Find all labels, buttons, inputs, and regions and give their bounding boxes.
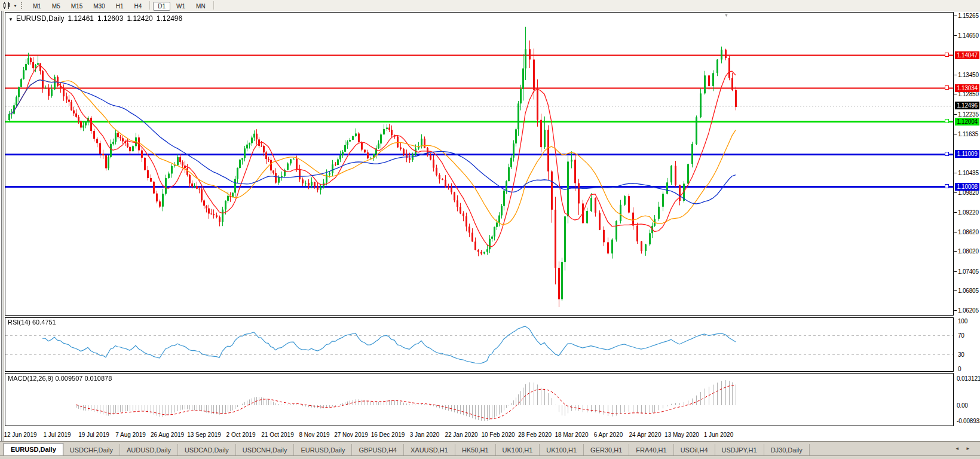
price-level-badge: 1.12004 (955, 118, 979, 126)
ohlc-close: 1.12496 (157, 14, 182, 23)
chart-tab-gbpusd-h4[interactable]: GBPUSD,H4 (352, 444, 404, 456)
date-tick-label: 3 Jan 2020 (410, 432, 440, 438)
chart-tab-usdcnh-daily[interactable]: USDCNH,Daily (236, 444, 295, 456)
timeframe-button-mn[interactable]: MN (191, 2, 210, 11)
timeframe-button-m5[interactable]: M5 (47, 2, 65, 11)
timeframe-button-h4[interactable]: H4 (129, 2, 146, 11)
price-tick-label: 1.06805 (958, 287, 979, 294)
toolbar-separator (213, 1, 214, 10)
chart-tab-hk50-h1[interactable]: HK50,H1 (455, 444, 496, 456)
price-level-badge: 1.14047 (955, 51, 979, 59)
chart-tab-usoil-h4[interactable]: USOil,H4 (674, 444, 715, 456)
chart-symbol-label: EURUSD,Daily (16, 14, 65, 23)
mt4-window: ▼ M1M5M15M30H1H4 D1W1MN ▼EURUSD,Daily1.1… (0, 0, 980, 459)
price-tick-label: 1.13450 (958, 72, 979, 78)
price-tick (954, 212, 957, 213)
price-tick-label: 1.14650 (958, 32, 979, 39)
toolbar-separator (149, 1, 150, 10)
chart-tab-ger30-h1[interactable]: GER30,H1 (584, 444, 629, 456)
price-level-badge: 1.10008 (955, 183, 979, 191)
price-tick (954, 192, 957, 193)
rsi-axis-label: 0 (958, 366, 961, 372)
price-tick (954, 16, 957, 16)
rsi-pane (5, 317, 954, 372)
rsi-axis-label: 30 (958, 351, 964, 358)
date-tick-label: 28 Feb 2020 (518, 432, 552, 438)
price-tick (954, 94, 957, 94)
macd-label: MACD(12,26,9) 0.009507 0.010878 (8, 375, 112, 382)
price-tick (954, 173, 957, 173)
timeframe-button-m30[interactable]: M30 (88, 2, 109, 11)
chevron-down-icon[interactable]: ▼ (13, 4, 17, 8)
macd-axis-label: 0.013121 (957, 375, 980, 382)
tab-scroll-left[interactable]: ◂ (956, 445, 958, 451)
status-strip (0, 455, 980, 459)
timeframe-button-h1[interactable]: H1 (111, 2, 128, 11)
date-tick-label: 13 May 2020 (664, 432, 699, 438)
timeframe-toolbar: ▼ M1M5M15M30H1H4 D1W1MN (0, 0, 980, 11)
price-tick-label: 1.10435 (958, 170, 979, 176)
rsi-value: 60.4751 (32, 319, 56, 326)
rsi-canvas[interactable] (5, 318, 953, 371)
chart-tab-usdchf-daily[interactable]: USDCHF,Daily (63, 444, 120, 456)
date-tick-label: 13 Sep 2019 (187, 432, 221, 438)
window-left-border (0, 11, 5, 459)
chart-tab-usdjpy-h1[interactable]: USDJPY,H1 (715, 444, 764, 456)
date-tick-label: 1 Jul 2019 (43, 432, 71, 438)
date-tick-label: 26 Aug 2019 (151, 432, 184, 438)
main-chart-canvas[interactable] (5, 13, 953, 315)
price-tick (954, 310, 957, 311)
timeframe-group: M1M5M15M30H1H4 (27, 0, 147, 11)
price-tick (954, 114, 957, 115)
timeframe-button-m15[interactable]: M15 (66, 2, 87, 11)
date-tick-label: 21 Oct 2019 (261, 432, 293, 438)
tab-scroll-right[interactable]: ▸ (966, 445, 969, 451)
timeframe-button-m1[interactable]: M1 (28, 2, 46, 11)
rsi-label: RSI(14) 60.4751 (8, 319, 56, 326)
candlestick-chart-icon[interactable] (2, 2, 12, 10)
date-tick-label: 16 Dec 2019 (371, 432, 405, 438)
chart-tab-uk100-h1[interactable]: UK100,H1 (540, 444, 584, 456)
toolbar-drag-handle[interactable] (21, 2, 24, 9)
price-tick (954, 35, 957, 36)
date-tick-label: 22 Jan 2020 (445, 432, 477, 438)
chart-tab-uk100-h1[interactable]: UK100,H1 (496, 444, 540, 456)
macd-pane (5, 373, 954, 426)
date-tick-label: 10 Feb 2020 (481, 432, 514, 438)
chart-tab-eurusd-daily[interactable]: EURUSD,Daily (4, 443, 63, 456)
chart-title: ▼EURUSD,Daily1.124611.126031.124201.1249… (8, 14, 182, 23)
date-tick-label: 12 Jun 2019 (4, 432, 36, 438)
rsi-axis-label: 70 (958, 332, 964, 339)
chart-tab-usdcad-daily[interactable]: USDCAD,Daily (178, 444, 236, 456)
price-tick-label: 1.09220 (958, 209, 979, 216)
chart-tab-eurusd-daily[interactable]: EURUSD,Daily (294, 444, 352, 456)
macd-canvas[interactable] (5, 374, 953, 426)
timeframe-button-w1[interactable]: W1 (172, 2, 190, 11)
date-tick-label: 19 Jul 2019 (78, 432, 109, 438)
date-tick-label: 6 Apr 2020 (594, 432, 623, 438)
price-level-badge: 1.12496 (955, 102, 979, 109)
chart-tab-fra40-h1[interactable]: FRA40,H1 (629, 444, 673, 456)
price-tick (954, 232, 957, 232)
chart-tab-audusd-daily[interactable]: AUDUSD,Daily (120, 444, 178, 456)
date-tick-label: 1 Jun 2020 (704, 432, 734, 438)
ohlc-open: 1.12461 (68, 14, 94, 23)
price-tick (954, 134, 957, 134)
price-tick-label: 1.12235 (958, 111, 979, 118)
timeframe-button-d1[interactable]: D1 (153, 2, 170, 11)
chart-menu-icon[interactable]: ▼ (8, 17, 13, 22)
price-tick-label: 1.08620 (958, 229, 979, 235)
macd-axis-label: 0.00 (957, 402, 968, 409)
macd-axis-label: -0.008933 (957, 418, 980, 424)
ohlc-low: 1.12420 (127, 14, 152, 23)
price-tick-label: 1.11635 (958, 131, 978, 137)
date-tick-label: 18 Mar 2020 (555, 432, 588, 438)
price-tick (954, 75, 957, 75)
price-level-badge: 1.11009 (955, 150, 979, 158)
chart-tab-dj30-daily[interactable]: DJ30,Daily (764, 444, 810, 456)
date-tick-label: 7 Aug 2019 (115, 432, 146, 438)
price-level-badge: 1.13034 (955, 84, 979, 92)
price-tick-label: 1.07405 (958, 268, 979, 275)
chart-tab-xauusd-h1[interactable]: XAUUSD,H1 (404, 444, 455, 456)
chart-shift-marker[interactable]: ▼ (724, 13, 728, 17)
